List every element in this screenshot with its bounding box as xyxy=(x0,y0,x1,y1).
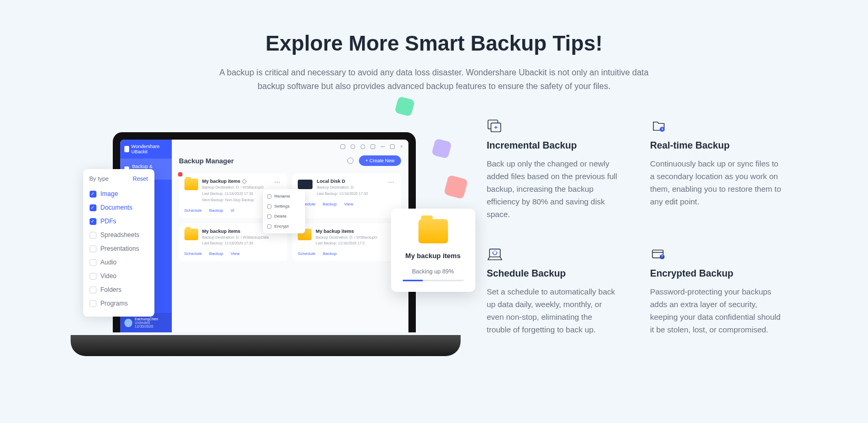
minimize-icon[interactable] xyxy=(381,146,385,147)
filter-item-spreadsheets[interactable]: Spreadsheets xyxy=(90,228,148,242)
search-icon[interactable] xyxy=(347,158,354,164)
backup-link[interactable]: Backup xyxy=(209,208,223,213)
realtime-backup-icon xyxy=(650,119,666,133)
brand-text: Wondershare UBackit xyxy=(131,144,168,154)
filter-label: PDFs xyxy=(101,218,116,225)
card-title: My backup items xyxy=(316,229,396,234)
card-title: Local Disk D xyxy=(317,179,382,184)
filter-item-audio[interactable]: Audio xyxy=(90,255,148,269)
incremental-backup-icon xyxy=(487,119,503,133)
checkbox[interactable] xyxy=(90,300,96,307)
schedule-link[interactable]: Schedule xyxy=(298,251,315,256)
filter-item-folders[interactable]: Folders xyxy=(90,283,148,297)
close-icon[interactable]: × xyxy=(400,144,403,149)
feature-incremental: Incremental Backup Back up only the chan… xyxy=(487,119,619,221)
lock-icon xyxy=(267,224,271,229)
filter-label: Spreadsheets xyxy=(101,231,140,239)
more-icon[interactable]: ⋯ xyxy=(386,179,396,186)
edit-icon[interactable] xyxy=(242,179,247,184)
card-last-backup: Last Backup: 11/18/2020 17:3 xyxy=(316,241,396,246)
card-next-backup: Next Backup: Non-Stop Backup xyxy=(202,198,269,203)
filter-item-video[interactable]: Video xyxy=(90,269,148,283)
view-link[interactable]: Vi xyxy=(231,208,235,213)
create-new-button[interactable]: + Create New xyxy=(359,155,401,166)
menu-encrypt[interactable]: Encrypt xyxy=(263,221,305,231)
schedule-link[interactable]: Schedule xyxy=(184,208,202,213)
filter-reset[interactable]: Reset xyxy=(133,175,148,182)
app-window: Wondershare UBackit Backup & Restore Eac… xyxy=(120,140,408,332)
menu-rename[interactable]: Rename xyxy=(263,191,305,201)
hero-title: Explore More Smart Backup Tips! xyxy=(266,32,602,55)
feature-title: Schedule Backup xyxy=(487,268,619,279)
decor-icon xyxy=(394,96,415,117)
feature-title: Encrypted Backup xyxy=(650,268,782,279)
logo-icon xyxy=(124,146,129,152)
checkbox[interactable]: ✓ xyxy=(90,191,96,198)
hero-description: A backup is critical and necessary to av… xyxy=(210,66,658,93)
checkbox[interactable] xyxy=(90,245,96,252)
context-menu: Rename Settings Delete Encrypt xyxy=(263,189,305,233)
schedule-link[interactable]: Schedule xyxy=(184,251,202,256)
menu-icon[interactable] xyxy=(370,144,375,149)
filter-label: Video xyxy=(101,272,116,280)
page-title: Backup Manager xyxy=(179,157,234,165)
decor-icon xyxy=(431,139,452,159)
card-last-backup: Last Backup: 11/18/2020 17:30 xyxy=(317,191,382,196)
decor-icon xyxy=(443,175,468,200)
folder-icon xyxy=(184,179,198,190)
popup-title: My backup items xyxy=(399,252,467,260)
checkbox[interactable]: ✓ xyxy=(90,204,96,211)
maximize-icon[interactable] xyxy=(390,144,395,149)
card-destination: Backup Destination: D: xyxy=(317,185,382,190)
feature-schedule: Schedule Backup Set a schedule to automa… xyxy=(487,247,619,336)
filter-title: By type xyxy=(90,175,109,182)
more-icon[interactable]: ⋯ xyxy=(272,179,282,186)
feature-description: Set a schedule to automatically back up … xyxy=(487,286,619,336)
cart-icon[interactable] xyxy=(340,144,345,149)
folder-icon xyxy=(418,219,448,243)
rename-icon xyxy=(267,194,271,199)
user-status: Unlimited 12/30/2020 xyxy=(135,321,168,328)
headset-icon[interactable] xyxy=(360,144,365,149)
backup-link[interactable]: Backup xyxy=(323,251,337,256)
filter-label: Folders xyxy=(101,286,122,293)
backup-link[interactable]: Backup xyxy=(209,251,223,256)
menu-settings[interactable]: Settings xyxy=(263,201,305,211)
checkbox[interactable] xyxy=(90,273,96,280)
filter-label: Programs xyxy=(101,300,128,307)
view-link[interactable]: View xyxy=(344,202,353,206)
filter-item-programs[interactable]: Programs xyxy=(90,297,148,310)
filter-label: Audio xyxy=(101,259,117,266)
filter-item-pdfs[interactable]: ✓PDFs xyxy=(90,214,148,228)
progress-bar xyxy=(403,280,464,281)
checkbox[interactable]: ✓ xyxy=(90,218,96,225)
folder-icon xyxy=(184,229,198,240)
alert-badge xyxy=(178,172,182,176)
backup-card[interactable]: Local Disk D Backup Destination: D: Last… xyxy=(292,173,401,218)
card-title: My backup items xyxy=(202,179,241,184)
backup-card[interactable]: My backup items Backup Destination: D: /… xyxy=(292,223,401,262)
feature-description: Back up only the changed or newly added … xyxy=(487,158,619,221)
checkbox[interactable] xyxy=(90,259,96,266)
help-icon[interactable] xyxy=(350,144,355,149)
svg-rect-3 xyxy=(489,249,500,257)
window-topbar: × xyxy=(172,140,408,153)
disk-icon xyxy=(298,180,313,189)
view-link[interactable]: View xyxy=(231,251,240,256)
checkbox[interactable] xyxy=(90,232,96,239)
feature-realtime: Real-time Backup Continuously back up or… xyxy=(650,119,782,221)
filter-item-documents[interactable]: ✓Documents xyxy=(90,201,148,214)
features-grid: Incremental Backup Back up only the chan… xyxy=(487,119,782,336)
card-last-backup: Last Backup: 11/18/2020 17:30 xyxy=(202,191,269,196)
laptop-mockup: Wondershare UBackit Backup & Restore Eac… xyxy=(86,119,445,372)
filter-label: Presentations xyxy=(101,245,139,252)
backup-link[interactable]: Backup xyxy=(323,202,337,206)
schedule-backup-icon xyxy=(487,247,503,261)
filter-item-presentations[interactable]: Presentations xyxy=(90,242,148,255)
filter-item-image[interactable]: ✓Image xyxy=(90,187,148,201)
feature-description: Password-protecting your backups adds an… xyxy=(650,286,782,336)
backup-progress-popup: My backup items Backing up 89% xyxy=(391,209,475,292)
checkbox[interactable] xyxy=(90,287,96,293)
filter-label: Documents xyxy=(101,204,133,211)
menu-delete[interactable]: Delete xyxy=(263,211,305,221)
